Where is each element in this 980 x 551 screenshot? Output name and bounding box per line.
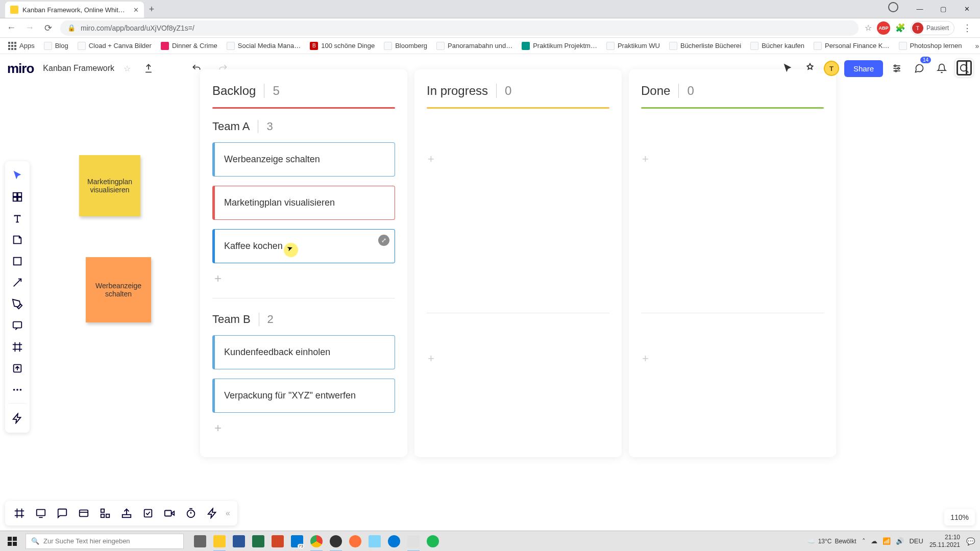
export-icon[interactable] bbox=[116, 503, 137, 523]
kanban-column-backlog[interactable]: Backlog 5 Team A 3 Werbeanzeige schalten… bbox=[200, 69, 407, 457]
user-avatar[interactable]: T bbox=[824, 61, 839, 76]
taskbar-clock[interactable]: 21:10 25.11.2021 bbox=[929, 534, 960, 548]
bookmark-item[interactable]: Blog bbox=[41, 42, 71, 50]
reactions-icon[interactable] bbox=[801, 60, 819, 77]
task-view-icon[interactable] bbox=[191, 531, 209, 552]
volume-icon[interactable]: 🔊 bbox=[896, 537, 904, 545]
tray-chevron-icon[interactable]: ˄ bbox=[862, 537, 866, 545]
favorite-star-icon[interactable]: ☆ bbox=[124, 64, 131, 73]
kanban-card[interactable]: Kaffee kochen ⤢ bbox=[212, 229, 395, 263]
video-icon[interactable] bbox=[159, 503, 180, 523]
bookmark-star-icon[interactable]: ☆ bbox=[865, 23, 872, 33]
bookmark-item[interactable]: Praktikum Projektm… bbox=[519, 42, 600, 50]
magic-tool[interactable] bbox=[7, 403, 28, 429]
activity-icon[interactable] bbox=[202, 503, 223, 523]
kanban-card[interactable]: Werbeanzeige schalten bbox=[212, 142, 395, 177]
chat-icon[interactable] bbox=[52, 503, 72, 523]
line-tool[interactable] bbox=[7, 272, 28, 293]
maximize-button[interactable]: ▢ bbox=[932, 1, 954, 16]
excel-icon[interactable] bbox=[249, 531, 267, 552]
spotify-icon[interactable] bbox=[424, 531, 442, 552]
more-tools-icon[interactable] bbox=[7, 380, 28, 400]
kanban-board[interactable]: Backlog 5 Team A 3 Werbeanzeige schalten… bbox=[200, 69, 836, 457]
share-button[interactable]: Share bbox=[844, 60, 883, 77]
language-indicator[interactable]: DEU bbox=[909, 537, 923, 545]
mail-icon[interactable]: 73 bbox=[288, 531, 306, 552]
frame-tool[interactable] bbox=[7, 337, 28, 357]
close-tab-icon[interactable]: ✕ bbox=[133, 6, 139, 14]
presentation-icon[interactable] bbox=[31, 503, 51, 523]
bookmark-item[interactable]: Photoshop lernen bbox=[896, 42, 965, 50]
kanban-column-in-progress[interactable]: In progress 0 + + bbox=[414, 69, 622, 457]
close-window-button[interactable]: ✕ bbox=[955, 1, 978, 16]
kanban-card[interactable]: Marketingplan visualisieren bbox=[212, 186, 395, 220]
bookmark-item[interactable]: Dinner & Crime bbox=[158, 42, 220, 50]
add-card-button[interactable]: + bbox=[214, 271, 227, 286]
column-header[interactable]: Done 0 bbox=[641, 84, 824, 98]
bookmark-item[interactable]: Social Media Mana… bbox=[224, 42, 304, 50]
frames-panel-icon[interactable] bbox=[9, 503, 30, 523]
expand-card-icon[interactable]: ⤢ bbox=[378, 235, 389, 246]
sticky-note-tool[interactable] bbox=[7, 230, 28, 250]
profile-chip[interactable]: T Pausiert bbox=[911, 21, 954, 35]
bookmark-item[interactable]: Panoramabahn und… bbox=[433, 42, 516, 50]
back-button[interactable]: ← bbox=[5, 22, 17, 33]
shape-tool[interactable] bbox=[7, 251, 28, 271]
new-tab-button[interactable]: + bbox=[149, 4, 155, 18]
upload-tool[interactable] bbox=[7, 358, 28, 379]
bookmark-item[interactable]: Bücher kaufen bbox=[747, 42, 807, 50]
edge-icon[interactable] bbox=[385, 531, 403, 552]
add-card-button[interactable]: + bbox=[427, 349, 609, 365]
apps-shortcut[interactable]: Apps bbox=[5, 42, 38, 50]
group-header[interactable]: Team B 2 bbox=[212, 313, 395, 326]
reload-button[interactable]: ⟳ bbox=[42, 22, 54, 34]
extensions-icon[interactable]: 🧩 bbox=[895, 23, 905, 33]
text-tool[interactable] bbox=[7, 208, 28, 229]
obs-icon[interactable] bbox=[327, 531, 345, 552]
add-card-button[interactable]: + bbox=[214, 421, 227, 435]
taskbar-search[interactable]: 🔍 Zur Suche Text hier eingeben bbox=[26, 534, 184, 549]
hide-cursors-icon[interactable] bbox=[779, 60, 796, 77]
bookmark-item[interactable]: Praktikum WU bbox=[603, 42, 663, 50]
column-header[interactable]: In progress 0 bbox=[427, 84, 609, 98]
zoom-level[interactable]: 110% bbox=[944, 509, 975, 525]
right-panel-toggle[interactable] bbox=[954, 58, 974, 78]
sticky-note-orange[interactable]: Werbeanzeige schalten bbox=[86, 257, 151, 322]
notifications-icon[interactable]: 💬 bbox=[966, 537, 975, 545]
timer-icon[interactable] bbox=[181, 503, 201, 523]
powerpoint-icon[interactable] bbox=[268, 531, 287, 552]
sticky-note-yellow[interactable]: Marketingplan visualisieren bbox=[79, 155, 140, 216]
kanban-card[interactable]: Kundenfeedback einholen bbox=[212, 335, 395, 369]
bookmark-item[interactable]: B100 schöne Dinge bbox=[307, 42, 378, 50]
firefox-icon[interactable] bbox=[346, 531, 364, 552]
bookmark-item[interactable]: Bloomberg bbox=[381, 42, 430, 50]
export-icon[interactable] bbox=[140, 60, 157, 77]
group-header[interactable]: Team A 3 bbox=[212, 120, 395, 133]
browser-account-icon[interactable] bbox=[888, 2, 898, 12]
adblock-icon[interactable]: ABP bbox=[877, 21, 890, 35]
bookmarks-overflow[interactable]: » bbox=[971, 42, 980, 50]
file-explorer-icon[interactable] bbox=[210, 531, 229, 552]
add-card-button[interactable]: + bbox=[641, 349, 824, 365]
start-button[interactable] bbox=[0, 531, 24, 552]
screenshare-icon[interactable] bbox=[95, 503, 115, 523]
chrome-icon[interactable] bbox=[307, 531, 326, 552]
calculator-icon[interactable] bbox=[404, 531, 423, 552]
canvas[interactable]: Marketingplan visualisieren Werbeanzeige… bbox=[0, 54, 980, 531]
board-name[interactable]: Kanban Framework bbox=[43, 64, 114, 73]
system-tray[interactable]: ˄ ☁ 📶 🔊 DEU bbox=[862, 537, 923, 545]
collapse-toolbar-icon[interactable]: « bbox=[224, 509, 233, 518]
select-tool[interactable] bbox=[7, 165, 28, 186]
pen-tool[interactable] bbox=[7, 294, 28, 314]
kanban-card[interactable]: Verpackung für "XYZ" entwerfen bbox=[212, 379, 395, 413]
browser-menu-icon[interactable]: ⋮ bbox=[960, 22, 975, 34]
url-input[interactable]: 🔒 miro.com/app/board/uXjVOf8yZ1s=/ bbox=[60, 20, 859, 36]
notifications-bell-icon[interactable] bbox=[933, 60, 950, 77]
column-header[interactable]: Backlog 5 bbox=[212, 84, 395, 98]
undo-icon[interactable] bbox=[188, 60, 205, 77]
add-card-button[interactable]: + bbox=[641, 149, 824, 166]
settings-sliders-icon[interactable] bbox=[888, 60, 905, 77]
word-icon[interactable] bbox=[230, 531, 248, 552]
weather-widget[interactable]: ☁️ 13°C Bewölkt bbox=[807, 538, 856, 545]
comment-tool[interactable] bbox=[7, 315, 28, 336]
